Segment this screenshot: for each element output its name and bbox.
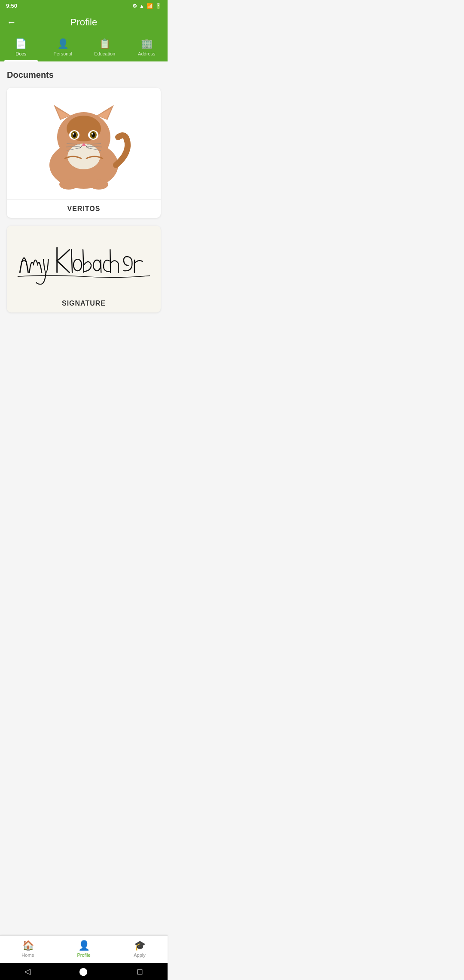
- back-button[interactable]: ←: [7, 17, 16, 28]
- signature-svg: [14, 234, 154, 286]
- docs-icon: 📄: [15, 38, 27, 49]
- status-bar: 9:50 ⚙ ▲ 📶 🔋: [0, 0, 168, 12]
- status-icons: ⚙ ▲ 📶 🔋: [132, 3, 162, 9]
- document-label: VERITOS: [7, 199, 161, 218]
- document-card[interactable]: VERITOS: [7, 88, 161, 218]
- tab-bar: 📄 Docs 👤 Personal 📋 Education 🏢 Address: [0, 33, 168, 61]
- tab-education[interactable]: 📋 Education: [84, 35, 126, 61]
- personal-icon: 👤: [57, 38, 69, 49]
- tab-address[interactable]: 🏢 Address: [126, 35, 168, 61]
- education-icon: 📋: [99, 38, 110, 49]
- cat-image: [32, 96, 135, 191]
- status-time: 9:50: [6, 3, 17, 9]
- tab-docs-label: Docs: [15, 51, 26, 56]
- settings-icon: ⚙: [132, 3, 137, 9]
- svg-point-26: [93, 260, 101, 271]
- tab-education-label: Education: [94, 51, 115, 56]
- svg-point-11: [73, 133, 74, 135]
- signature-card[interactable]: SIGNATURE: [7, 226, 161, 312]
- document-image-area: [7, 88, 161, 199]
- signal-icon: 📶: [147, 3, 153, 9]
- svg-point-23: [59, 179, 78, 190]
- signature-label: SIGNATURE: [7, 294, 161, 312]
- app-bar: ← Profile: [0, 12, 168, 33]
- signature-image-area: [7, 226, 161, 294]
- tab-personal[interactable]: 👤 Personal: [42, 35, 84, 61]
- section-title: Documents: [7, 70, 161, 80]
- wifi-icon: ▲: [139, 3, 144, 9]
- page-title: Profile: [23, 17, 144, 28]
- svg-point-25: [73, 259, 82, 271]
- tab-address-label: Address: [138, 51, 155, 56]
- svg-point-15: [92, 133, 93, 135]
- svg-point-24: [89, 179, 108, 190]
- address-icon: 🏢: [141, 38, 153, 49]
- tab-personal-label: Personal: [54, 51, 72, 56]
- tab-docs[interactable]: 📄 Docs: [0, 35, 42, 61]
- main-content: Documents: [0, 61, 168, 329]
- battery-icon: 🔋: [155, 3, 162, 9]
